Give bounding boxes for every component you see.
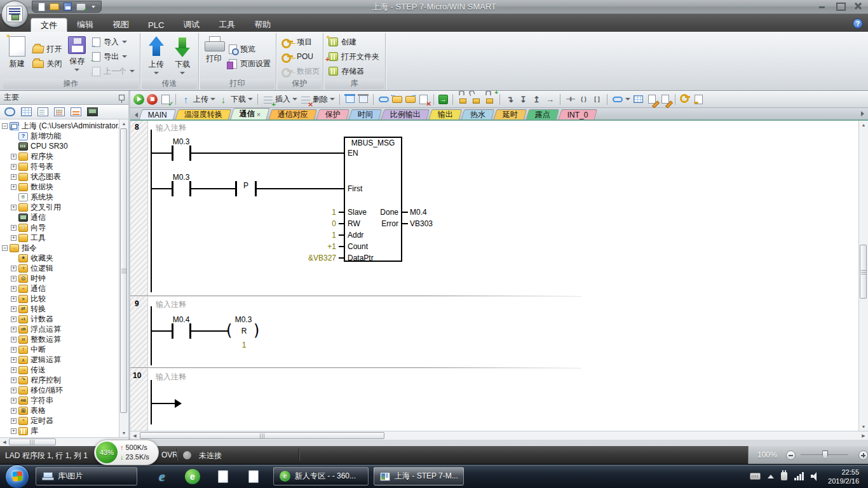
minimize-button[interactable] [818,3,826,9]
contact-symbol[interactable] [172,146,173,161]
expand-toggle-icon[interactable] [11,225,17,231]
tree-item[interactable]: 整数运算 [0,334,119,344]
tree-item[interactable]: 传送 [0,365,119,375]
editor-horizontal-scrollbar[interactable]: ◀ ▶ [130,431,868,440]
start-button[interactable] [5,464,29,488]
zoom-slider[interactable] [801,454,848,456]
address-view-icon[interactable] [4,107,15,116]
scroll-left-icon[interactable]: ◀ [130,431,139,440]
menu-tab[interactable]: 文件 [31,18,67,32]
line-up-icon[interactable] [531,94,542,105]
operand-value[interactable]: &VB327 [287,254,336,262]
tree-item[interactable]: 指令 [0,243,119,253]
network-comment[interactable]: 输入注释 [156,372,186,383]
library-create-button[interactable]: 创建 [329,36,379,48]
scroll-up-icon[interactable]: ▲ [119,119,128,128]
save-button[interactable]: 保存 [65,34,90,79]
edit-symbols-icon[interactable] [648,95,656,104]
operand-value[interactable]: +1 [287,242,336,251]
communication-view-icon[interactable] [87,107,98,116]
tree-item[interactable]: 状态图表 [0,172,119,182]
taskbar-browser-window-button[interactable]: 新人专区 - - 360... [273,467,369,485]
upload-button[interactable]: 上传 [144,34,169,79]
expand-toggle-icon[interactable] [11,286,17,292]
previous-folder-icon[interactable] [392,96,402,103]
tree-item[interactable]: 位逻辑 [0,263,119,273]
quick-print-icon[interactable] [76,3,86,11]
expand-toggle-icon[interactable] [11,266,17,271]
key-icon[interactable] [681,96,691,102]
tree-item[interactable]: 计数器 [0,314,119,324]
expand-toggle-icon[interactable] [11,327,17,332]
branch-down-icon[interactable] [505,94,515,105]
close-button[interactable] [854,3,862,9]
zoom-in-button[interactable] [858,451,868,460]
browser-360-icon[interactable] [182,469,203,484]
internet-explorer-icon[interactable]: e [151,468,173,485]
run-icon[interactable] [133,94,144,105]
tree-item[interactable]: 比较 [0,294,119,304]
grid-view-icon[interactable] [21,107,32,116]
new-button[interactable]: 新建 [5,34,29,79]
expand-toggle-icon[interactable] [11,316,17,322]
tree-item[interactable]: 表格 [0,405,119,416]
menu-tab[interactable]: 编辑 [67,18,103,32]
tree-hscrollbar-thumb[interactable] [9,438,56,445]
download-dropdown-icon[interactable] [248,98,253,100]
tree-item[interactable]: 符号表 [0,161,119,172]
list-view-icon[interactable] [71,107,81,116]
tab-scroll-right-icon[interactable] [858,109,867,118]
taskbar-clock[interactable]: 22:55 2019/2/16 [827,468,863,485]
symbol-table-icon[interactable] [634,95,643,103]
expand-toggle-icon[interactable] [11,276,17,281]
tab-close-icon[interactable]: × [257,111,261,118]
expand-toggle-icon[interactable] [11,296,17,302]
expand-toggle-icon[interactable] [11,388,17,393]
tree-item[interactable]: 数据块 [0,182,119,192]
delete-network-button[interactable]: 删除 [300,94,335,105]
menu-tab[interactable]: 帮助 [245,18,280,32]
tree-item[interactable]: 库 [0,426,119,436]
network-speed-overlay[interactable]: 43% ↑500K/s ↓23.5K/s [94,440,159,465]
coil-operator[interactable]: R [231,327,257,336]
expand-toggle-icon[interactable] [11,306,17,312]
tree-item[interactable]: 交叉引用 [0,202,119,212]
tree-item[interactable]: 定时器 [0,416,119,426]
menu-tab[interactable]: PLC [139,18,173,32]
editor-hscrollbar-thumb[interactable] [140,432,384,439]
expand-toggle-icon[interactable] [11,377,17,383]
library-memory-button[interactable]: 存储器 [329,65,379,78]
expand-toggle-icon[interactable] [11,154,17,159]
next-folder-icon[interactable] [405,96,416,103]
library-open-folder-button[interactable]: 打开文件夹 [329,51,379,63]
document-icon[interactable] [212,470,234,483]
pin-icon[interactable] [119,95,125,100]
tree-item[interactable]: 新增功能 [0,131,119,141]
security-score-badge[interactable]: 43% [96,442,118,463]
export-dropdown-icon[interactable] [122,55,127,58]
close-button[interactable]: 关闭 [32,58,62,70]
network-signal-icon[interactable] [794,472,804,480]
address-tag-icon[interactable] [613,97,623,102]
menu-tab[interactable]: 调试 [173,18,209,32]
taskbar-explorer-button[interactable]: 库\图片 [36,467,137,485]
quick-save-icon[interactable] [64,3,72,11]
tree-item[interactable]: CPU SR30 [0,141,119,151]
editor-tab[interactable]: 输出 [429,109,463,119]
upload-dropdown-icon[interactable] [154,72,159,74]
contact-symbol[interactable] [172,181,173,196]
insert-dropdown-icon[interactable] [292,98,297,100]
editor-tab[interactable]: 保护 [316,109,350,119]
operand-value[interactable]: 1 [287,208,336,217]
export-button[interactable]: 导出 [92,51,135,63]
output-operand[interactable]: VB303 [410,219,433,228]
scroll-down-icon[interactable]: ▼ [119,429,128,437]
tree-item[interactable]: 系统块 [0,192,119,202]
stop-icon[interactable] [147,94,158,105]
tree-scrollbar-thumb[interactable] [120,128,127,413]
tree-item[interactable]: 通信 [0,212,119,222]
tree-item[interactable]: 转换 [0,304,119,314]
zoom-out-button[interactable] [786,451,796,460]
protect-project-button[interactable]: 项目 [281,36,320,48]
input-method-icon[interactable] [750,473,761,480]
